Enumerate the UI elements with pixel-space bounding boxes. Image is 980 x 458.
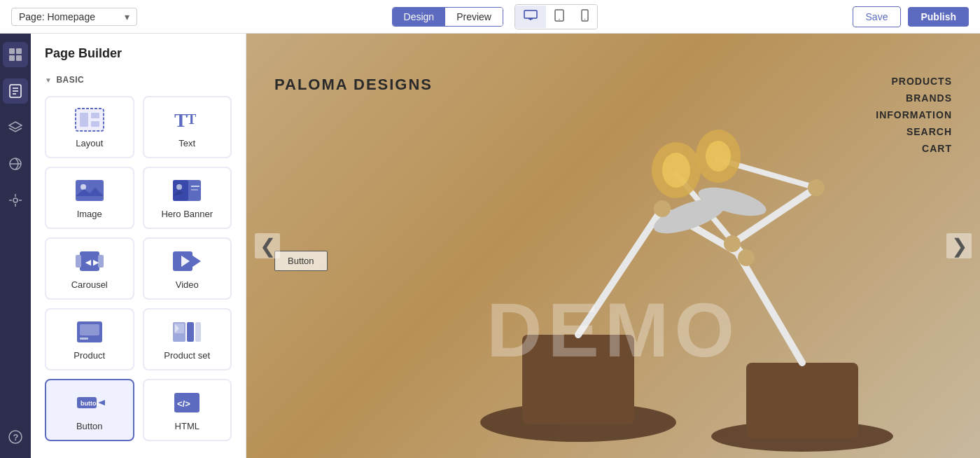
svg-marker-42 xyxy=(192,256,201,267)
svg-point-68 xyxy=(662,153,690,188)
section-chevron-icon: ▼ xyxy=(45,76,52,84)
page-selector-label: Page: Homepage xyxy=(19,11,95,22)
hero-button-inner[interactable]: Button xyxy=(274,251,328,271)
nav-information: INFORMATION xyxy=(876,109,952,120)
svg-rect-50 xyxy=(187,322,194,342)
section-header-basic[interactable]: ▼ BASIC xyxy=(31,69,246,90)
svg-text:◀ ▶: ◀ ▶ xyxy=(85,258,99,266)
widget-hero-banner[interactable]: Hero Banner xyxy=(143,167,232,229)
carousel-label: Carousel xyxy=(71,279,108,290)
video-label: Video xyxy=(176,279,199,290)
sidebar-item-pages[interactable] xyxy=(3,78,28,104)
nav-cart: CART xyxy=(922,143,952,154)
layout-icon xyxy=(73,106,106,134)
text-icon: T T xyxy=(170,106,204,134)
widget-product-set[interactable]: Product set xyxy=(143,308,232,370)
svg-point-74 xyxy=(738,249,755,266)
svg-text:</>: </> xyxy=(177,398,190,409)
carousel-icon: ◀ ▶ xyxy=(73,247,106,275)
svg-rect-38 xyxy=(76,255,81,268)
topbar-right: Save Publish xyxy=(853,6,969,27)
product-set-label: Product set xyxy=(164,350,210,361)
svg-rect-51 xyxy=(195,322,201,342)
svg-rect-33 xyxy=(173,180,188,201)
panel-title: Page Builder xyxy=(31,34,246,69)
svg-rect-58 xyxy=(522,335,634,424)
svg-text:?: ? xyxy=(13,432,19,443)
svg-point-6 xyxy=(584,18,585,19)
svg-rect-60 xyxy=(746,363,858,438)
sidebar-item-theme[interactable] xyxy=(3,151,28,176)
svg-rect-27 xyxy=(91,121,99,127)
topbar: Page: Homepage ▾ Design Preview xyxy=(0,0,980,34)
svg-text:button: button xyxy=(80,400,100,407)
mobile-device-button[interactable] xyxy=(573,5,597,29)
svg-text:T: T xyxy=(187,111,197,127)
carousel-arrow-right[interactable]: ❯ xyxy=(946,233,972,258)
svg-point-75 xyxy=(724,235,741,252)
hero-brand: PALOMA DESIGNS xyxy=(274,76,433,94)
icon-sidebar: ? xyxy=(0,34,31,458)
carousel-arrow-left[interactable]: ❮ xyxy=(255,233,280,258)
button-widget-icon: button xyxy=(73,389,106,417)
svg-point-17 xyxy=(13,198,18,202)
hero-nav: PRODUCTS BRANDS INFORMATION SEARCH CART xyxy=(876,76,952,154)
widget-text[interactable]: T T Text xyxy=(143,96,232,158)
svg-text:T: T xyxy=(174,109,188,131)
svg-rect-46 xyxy=(80,338,88,340)
widget-carousel[interactable]: ◀ ▶ Carousel xyxy=(45,237,134,300)
sidebar-item-layers[interactable] xyxy=(3,115,28,140)
sidebar-item-help[interactable]: ? xyxy=(3,424,28,450)
button-widget-label: Button xyxy=(76,421,103,431)
svg-rect-30 xyxy=(76,180,104,201)
svg-rect-25 xyxy=(80,113,88,127)
hero-banner-icon xyxy=(170,176,204,204)
svg-point-71 xyxy=(706,141,731,172)
design-button[interactable]: Design xyxy=(393,8,446,26)
widget-html[interactable]: </> HTML xyxy=(143,379,232,441)
widget-product[interactable]: Product xyxy=(45,308,134,370)
svg-rect-7 xyxy=(9,48,15,54)
svg-rect-39 xyxy=(98,255,104,268)
svg-point-4 xyxy=(559,18,560,20)
widget-video[interactable]: Video xyxy=(143,237,232,300)
product-icon xyxy=(73,318,106,346)
widget-layout[interactable]: Layout xyxy=(45,96,134,158)
preview-button[interactable]: Preview xyxy=(445,8,503,26)
widget-image[interactable]: Image xyxy=(45,167,134,229)
svg-rect-10 xyxy=(16,55,22,61)
desktop-device-button[interactable] xyxy=(515,6,546,28)
svg-rect-26 xyxy=(91,113,99,118)
svg-point-34 xyxy=(176,184,182,190)
html-label: HTML xyxy=(175,421,200,431)
canvas-area: PALOMA DESIGNS PRODUCTS BRANDS INFORMATI… xyxy=(246,34,980,458)
svg-rect-9 xyxy=(9,55,15,61)
section-label-basic: BASIC xyxy=(56,75,84,85)
save-button[interactable]: Save xyxy=(853,6,902,27)
topbar-center: Design Preview xyxy=(146,4,844,29)
layout-label: Layout xyxy=(76,138,103,148)
nav-products: PRODUCTS xyxy=(891,76,952,87)
svg-point-31 xyxy=(80,184,86,190)
nav-brands: BRANDS xyxy=(906,92,952,104)
widget-button[interactable]: button Button xyxy=(45,379,134,441)
hero-button-overlay[interactable]: Button xyxy=(274,251,328,271)
publish-button[interactable]: Publish xyxy=(908,7,969,27)
panel-sidebar: Page Builder ▼ BASIC Layout xyxy=(31,34,246,458)
html-icon: </> xyxy=(170,389,204,417)
product-set-icon xyxy=(170,318,204,346)
svg-rect-8 xyxy=(16,48,22,54)
svg-point-73 xyxy=(654,200,671,217)
product-label: Product xyxy=(74,350,105,361)
sidebar-item-apps[interactable] xyxy=(3,188,28,213)
text-label: Text xyxy=(178,138,195,148)
sidebar-item-logo[interactable] xyxy=(3,42,28,67)
image-label: Image xyxy=(77,209,102,219)
widgets-grid: Layout T T Text xyxy=(31,90,246,452)
hero-banner-label: Hero Banner xyxy=(161,209,213,219)
svg-rect-45 xyxy=(80,324,99,335)
svg-rect-0 xyxy=(524,11,537,18)
page-selector[interactable]: Page: Homepage ▾ xyxy=(11,8,137,26)
tablet-device-button[interactable] xyxy=(546,5,573,29)
main-area: ? Page Builder ▼ BASIC Layout xyxy=(0,34,980,458)
